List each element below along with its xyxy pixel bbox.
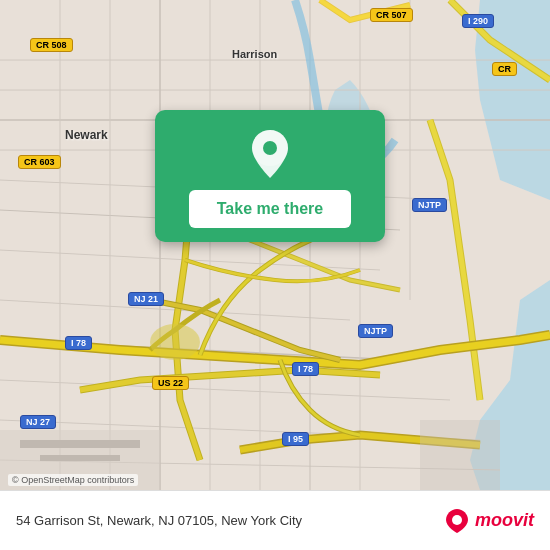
svg-point-21 [150,324,200,360]
moovit-pin-icon [443,507,471,535]
road-badge-i78b: I 78 [292,362,319,376]
svg-rect-24 [40,455,120,461]
moovit-brand-text: moovit [475,510,534,531]
road-badge-cr603: CR 603 [18,155,61,169]
road-badge-i78a: I 78 [65,336,92,350]
city-label-harrison: Harrison [232,48,277,60]
road-badge-njtp1: NJTP [412,198,447,212]
map-container: CR 507 I 290 CR 508 CR CR 603 NJ 21 NJTP… [0,0,550,490]
svg-point-28 [452,515,462,525]
road-badge-i290: I 290 [462,14,494,28]
svg-rect-0 [0,0,550,490]
road-badge-us22: US 22 [152,376,189,390]
city-label-newark: Newark [65,128,108,142]
svg-rect-23 [20,440,140,448]
bottom-bar: 54 Garrison St, Newark, NJ 07105, New Yo… [0,490,550,550]
road-badge-nj21b: NJ 21 [128,292,164,306]
location-card: Take me there [155,110,385,242]
road-badge-cr507: CR 507 [370,8,413,22]
road-badge-nj27: NJ 27 [20,415,56,429]
pin-icon [248,128,292,180]
road-badge-njtp2: NJTP [358,324,393,338]
svg-point-27 [263,141,277,155]
svg-rect-25 [420,420,500,490]
road-badge-cr: CR [492,62,517,76]
map-attribution: © OpenStreetMap contributors [8,474,138,486]
moovit-logo: moovit [443,507,534,535]
road-badge-cr508: CR 508 [30,38,73,52]
address-text: 54 Garrison St, Newark, NJ 07105, New Yo… [16,513,443,528]
road-badge-i95: I 95 [282,432,309,446]
map-svg [0,0,550,490]
take-me-there-button[interactable]: Take me there [189,190,351,228]
